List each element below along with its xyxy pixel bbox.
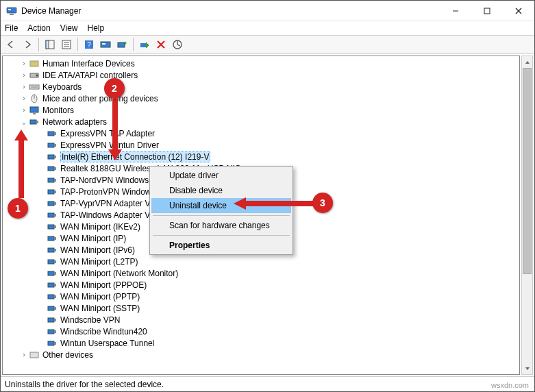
tree-category[interactable]: ›Mice and other pointing devices xyxy=(7,93,519,104)
tree-device-label: WAN Miniport (Network Monitor) xyxy=(60,269,178,278)
svg-rect-58 xyxy=(54,272,56,275)
svg-rect-54 xyxy=(54,249,56,252)
tree-device-label: Windscribe Windtun420 xyxy=(60,327,147,336)
uninstall-device-button[interactable] xyxy=(153,37,169,52)
network-adapter-icon xyxy=(47,245,58,256)
vertical-scrollbar[interactable] xyxy=(521,56,533,375)
network-adapter-icon xyxy=(47,128,58,139)
tree-device[interactable]: WAN Miniport (L2TP) xyxy=(7,256,519,267)
context-scan-hardware[interactable]: Scan for hardware changes xyxy=(151,218,291,233)
svg-rect-67 xyxy=(48,330,54,334)
svg-rect-45 xyxy=(48,201,54,206)
network-adapter-icon xyxy=(47,338,58,349)
update-driver-button[interactable] xyxy=(114,37,129,52)
menu-file[interactable]: File xyxy=(5,23,18,33)
tree-device[interactable]: WAN Miniport (Network Monitor) xyxy=(7,267,519,279)
scroll-thumb[interactable] xyxy=(523,68,532,274)
svg-rect-43 xyxy=(48,190,54,194)
scan-hardware-button[interactable] xyxy=(98,37,113,52)
menu-action[interactable]: Action xyxy=(27,23,50,33)
properties-button[interactable] xyxy=(59,37,74,52)
svg-rect-49 xyxy=(48,225,54,229)
svg-rect-4 xyxy=(484,8,490,14)
tree-device[interactable]: ExpressVPN Wintun Driver xyxy=(7,139,519,151)
scroll-up-button[interactable] xyxy=(522,56,532,68)
tree-device-label: Windscribe VPN xyxy=(60,315,120,325)
close-button[interactable] xyxy=(503,1,534,21)
svg-rect-56 xyxy=(54,260,56,263)
tree-device[interactable]: Windscribe Windtun420 xyxy=(7,326,519,337)
tree-category-label: Mice and other pointing devices xyxy=(42,94,158,103)
annotation-arrow-1 xyxy=(14,130,28,198)
show-hide-console-button[interactable] xyxy=(42,37,58,52)
forward-button[interactable] xyxy=(20,37,35,52)
context-properties[interactable]: Properties xyxy=(151,238,291,253)
minimize-button[interactable] xyxy=(440,1,471,21)
svg-rect-33 xyxy=(48,132,54,136)
help-button[interactable]: ? xyxy=(82,37,97,52)
network-adapter-icon xyxy=(47,210,58,221)
expand-closed-icon[interactable]: › xyxy=(19,60,29,67)
tree-category[interactable]: ›Other devices xyxy=(7,349,519,360)
toolbar-separator xyxy=(77,38,78,51)
tree-device-label: WAN Miniport (SSTP) xyxy=(60,304,140,313)
annotation-badge-2: 2 xyxy=(104,78,125,99)
annotation-arrow-3 xyxy=(234,197,316,210)
disable-device-button[interactable] xyxy=(170,37,185,52)
expand-closed-icon[interactable]: › xyxy=(19,83,29,90)
svg-rect-16 xyxy=(102,43,105,45)
context-disable-device[interactable]: Disable device xyxy=(151,183,291,198)
tree-device-label: WAN Miniport (IPv6) xyxy=(60,245,135,255)
back-button[interactable] xyxy=(3,37,18,52)
context-update-driver[interactable]: Update driver xyxy=(151,168,291,183)
expand-closed-icon[interactable]: › xyxy=(19,106,29,114)
scroll-down-button[interactable] xyxy=(522,363,532,374)
tree-category[interactable]: ›Keyboards xyxy=(7,81,519,93)
svg-rect-47 xyxy=(48,213,54,217)
app-icon xyxy=(6,5,17,16)
scroll-track[interactable] xyxy=(522,68,532,363)
menu-view[interactable]: View xyxy=(60,23,78,33)
network-adapter-icon xyxy=(47,163,58,174)
tree-device[interactable]: ExpressVPN TAP Adapter xyxy=(7,127,519,139)
svg-marker-77 xyxy=(234,197,246,210)
menu-help[interactable]: Help xyxy=(88,23,105,33)
svg-rect-37 xyxy=(48,155,54,159)
tree-device[interactable]: Wintun Userspace Tunnel xyxy=(7,337,519,349)
expand-open-icon[interactable]: ⌄ xyxy=(19,118,29,125)
tree-device[interactable]: WAN Miniport (PPTP) xyxy=(7,291,519,302)
tree-device[interactable]: WAN Miniport (SSTP) xyxy=(7,302,519,314)
menu-bar: File Action View Help xyxy=(1,21,534,35)
tree-device[interactable]: Windscribe VPN xyxy=(7,314,519,326)
expand-closed-icon[interactable]: › xyxy=(19,95,29,102)
context-menu: Update driver Disable device Uninstall d… xyxy=(149,166,293,255)
svg-rect-35 xyxy=(48,143,54,147)
tree-category[interactable]: ›Human Interface Devices xyxy=(7,58,519,69)
svg-rect-63 xyxy=(48,306,54,310)
svg-rect-50 xyxy=(54,225,56,228)
svg-rect-39 xyxy=(48,167,54,171)
tree-category[interactable]: ›IDE ATA/ATAPI controllers xyxy=(7,69,519,81)
enable-device-button[interactable] xyxy=(137,37,152,52)
svg-rect-18 xyxy=(140,43,146,47)
svg-rect-52 xyxy=(54,237,56,240)
tree-device[interactable]: Intel(R) Ethernet Connection (12) I219-V xyxy=(7,151,519,162)
watermark: wsxdn.com xyxy=(491,381,529,389)
maximize-button[interactable] xyxy=(471,1,503,21)
svg-rect-38 xyxy=(54,156,56,158)
tree-device-label: Wintun Userspace Tunnel xyxy=(60,339,154,348)
network-adapter-icon xyxy=(47,175,58,186)
network-adapter-icon xyxy=(47,256,58,267)
expand-closed-icon[interactable]: › xyxy=(19,351,29,358)
expand-closed-icon[interactable]: › xyxy=(19,71,29,79)
network-adapter-icon xyxy=(47,315,58,326)
svg-rect-31 xyxy=(30,120,36,124)
svg-rect-32 xyxy=(36,121,38,123)
tree-device[interactable]: WAN Miniport (PPPOE) xyxy=(7,279,519,291)
tree-category[interactable]: ›Monitors xyxy=(7,104,519,116)
tree-category[interactable]: ⌄Network adapters xyxy=(7,116,519,127)
ide-icon xyxy=(29,70,40,81)
svg-rect-44 xyxy=(54,191,56,193)
svg-rect-30 xyxy=(33,113,36,114)
tree-device-label: TAP-VyprVPN Adapter V9 xyxy=(60,199,155,208)
